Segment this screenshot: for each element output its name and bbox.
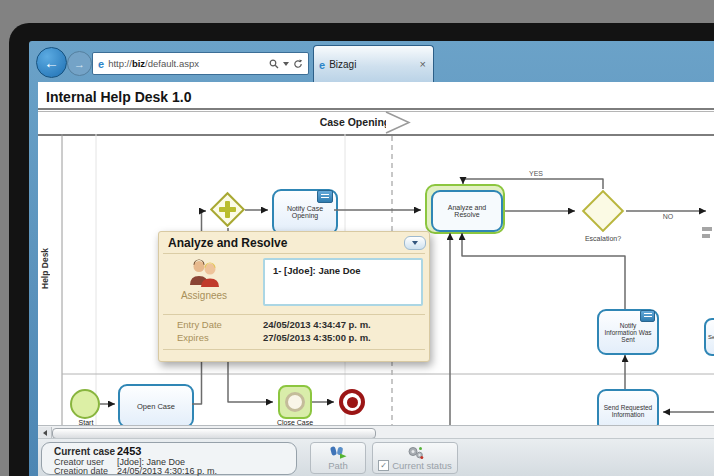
- tab-title: Bizagi: [329, 59, 356, 70]
- chevron-down-icon: [412, 241, 418, 245]
- divider: [163, 314, 425, 315]
- assignee-entry: 1- [Jdoe]: Jane Doe: [273, 265, 361, 276]
- assignees-icon: [187, 258, 221, 288]
- current-case-label: Current case: [54, 446, 115, 457]
- page-title: Internal Help Desk 1.0: [46, 89, 192, 105]
- close-tab-icon[interactable]: ×: [420, 59, 426, 70]
- end-event-core: [347, 397, 358, 408]
- pool-label-help-desk: Help Desk: [40, 240, 58, 296]
- task-open-case[interactable]: Open Case: [118, 384, 194, 428]
- intermediate-event-circle: [285, 392, 305, 412]
- path-button-label: Path: [328, 460, 348, 471]
- end-event[interactable]: [339, 389, 365, 415]
- search-options-caret-icon[interactable]: [283, 62, 289, 66]
- forward-arrow-icon: →: [74, 58, 85, 70]
- triangle-left-icon: [43, 430, 47, 436]
- flow-label-yes: YES: [524, 170, 548, 177]
- expires-value: 27/05/2013 4:35:00 p. m.: [263, 332, 371, 343]
- case-info-box: Current case 2453 Creator user [Jdoe]: J…: [41, 442, 297, 475]
- message-icon: [640, 310, 655, 322]
- task-analyze-and-resolve[interactable]: Analyze and Resolve: [431, 190, 503, 232]
- path-icon: [328, 446, 348, 459]
- current-case-value: 2453: [117, 445, 141, 457]
- milestone-case-opening: Case Opening: [300, 116, 410, 128]
- tab-bizagi[interactable]: e Bizagi ×: [313, 45, 434, 83]
- screen: ← → e http://biz/default.aspx e Bizagi ×…: [0, 0, 714, 476]
- search-icon[interactable]: [269, 59, 279, 69]
- gateway-plus-icon: [225, 201, 230, 218]
- assignee-list: 1- [Jdoe]: Jane Doe: [263, 258, 423, 306]
- url-path: /default.aspx: [145, 58, 199, 69]
- current-status-button-label: Current status: [392, 460, 452, 471]
- refresh-icon[interactable]: [293, 59, 303, 69]
- tooltip-title: Analyze and Resolve: [168, 236, 287, 250]
- escalation-gateway-label: Escalation?: [573, 235, 633, 242]
- case-status-bar: Current case 2453 Creator user [Jdoe]: J…: [38, 438, 714, 476]
- close-case-event[interactable]: [278, 385, 312, 419]
- start-event[interactable]: [70, 389, 100, 419]
- creation-date-label: Creation date: [54, 466, 108, 476]
- divider: [163, 349, 425, 350]
- ie-site-icon: e: [98, 58, 104, 70]
- current-status-checkbox[interactable]: ✓: [378, 460, 389, 471]
- message-icon: [317, 190, 333, 203]
- browser-forward-button[interactable]: →: [67, 51, 92, 76]
- address-bar[interactable]: e http://biz/default.aspx: [92, 52, 309, 75]
- activity-tooltip: Analyze and Resolve Assignees 1- [Jdoe]:…: [158, 231, 430, 362]
- assignees-label: Assignees: [165, 290, 243, 301]
- url-host: biz: [132, 58, 145, 69]
- url-prefix: http://: [108, 58, 132, 69]
- gears-icon: [406, 446, 424, 459]
- divider: [163, 253, 425, 254]
- expires-label: Expires: [177, 332, 209, 343]
- entry-date-value: 24/05/2013 4:34:47 p. m.: [263, 319, 371, 330]
- horizontal-scrollbar[interactable]: [38, 425, 714, 439]
- back-arrow-icon: ←: [44, 54, 59, 71]
- path-button[interactable]: Path: [310, 442, 366, 474]
- task-clipped-at-edge[interactable]: Sen: [704, 318, 714, 356]
- flow-label-no: NO: [657, 213, 679, 220]
- creation-date-value: 24/05/2013 4:30:16 p. m.: [117, 466, 217, 476]
- browser-back-button[interactable]: ←: [36, 47, 67, 78]
- ie-tab-icon: e: [319, 59, 325, 71]
- entry-date-label: Entry Date: [177, 319, 222, 330]
- tooltip-collapse-button[interactable]: [404, 236, 426, 250]
- title-divider: [38, 108, 714, 110]
- current-status-button[interactable]: ✓ Current status: [372, 442, 458, 474]
